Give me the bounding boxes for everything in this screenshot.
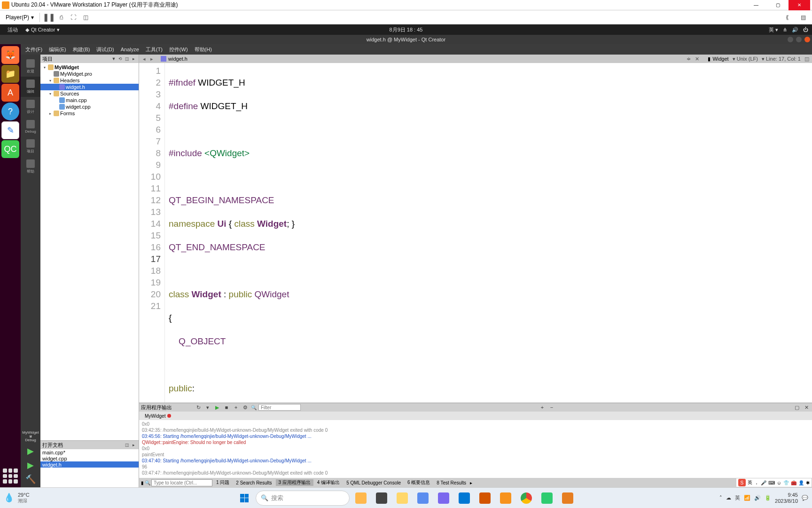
weather-widget[interactable]: 💧 29°C 潮湿	[4, 492, 30, 504]
debug-run-button[interactable]: ▶	[27, 460, 34, 470]
ime-toolbox-icon[interactable]: 🧰	[791, 480, 796, 485]
tray-chevron-icon[interactable]: ˄	[719, 495, 722, 501]
lang-indicator[interactable]: 英 ▾	[769, 26, 778, 33]
build-button[interactable]: 🔨	[25, 474, 36, 484]
out-close-icon[interactable]: ✕	[803, 404, 810, 411]
bottom-tab-test[interactable]: 8 Test Results	[434, 480, 469, 485]
taskbar-clock[interactable]: 9:45 2023/8/10	[775, 492, 798, 504]
unity-icon[interactable]: ◫	[81, 13, 90, 22]
menu-window[interactable]: 控件(W)	[166, 45, 191, 54]
run-button[interactable]: ▶	[27, 446, 34, 456]
tab-dropdown-icon[interactable]: ≑	[685, 56, 692, 62]
ime-face-icon[interactable]: ☺	[777, 480, 781, 485]
bottom-tab-compile[interactable]: 4 编译输出	[314, 479, 343, 486]
close-pane-icon[interactable]: ▸	[130, 56, 137, 62]
panel-clock[interactable]: 8月9日 18 : 45	[390, 26, 423, 33]
ime-mic-icon[interactable]: 🎤	[761, 480, 766, 485]
close-tab-icon[interactable]	[167, 414, 171, 418]
mode-welcome[interactable]: 欢迎	[21, 56, 40, 77]
bottom-more-icon[interactable]: ▸	[470, 480, 472, 485]
menu-tools[interactable]: 工具(T)	[143, 45, 165, 54]
tree-headers[interactable]: ▾Headers	[40, 77, 139, 84]
taskbar-app[interactable]	[434, 490, 453, 507]
power-icon[interactable]: ⏻	[803, 27, 808, 32]
bottom-tab-qml[interactable]: 5 QML Debugger Console	[344, 480, 404, 485]
taskbar-chrome[interactable]	[517, 490, 536, 507]
tree-forms[interactable]: ▸Forms	[40, 110, 139, 117]
qtc-maximize-button[interactable]	[796, 37, 802, 42]
taskbar-explorer[interactable]	[393, 490, 412, 507]
taskbar-app[interactable]	[558, 490, 577, 507]
ime-skin-icon[interactable]: 👕	[783, 480, 789, 485]
mode-help[interactable]: 帮助	[21, 157, 40, 177]
ime-keyboard-icon[interactable]: ⌨	[768, 480, 775, 485]
stop-all-icon[interactable]: ▾	[204, 404, 211, 411]
open-doc-item[interactable]: widget.h	[40, 461, 139, 468]
qtc-close-button[interactable]	[804, 37, 810, 42]
nav-fwd-icon[interactable]: ▸	[148, 56, 155, 62]
open-doc-item[interactable]: widget.cpp	[40, 455, 139, 461]
taskbar-search[interactable]: 🔍 搜索	[256, 491, 350, 506]
app-indicator[interactable]: ◆ Qt Creator ▾	[22, 27, 63, 33]
output-filter-input[interactable]	[258, 404, 301, 411]
out-max-icon[interactable]: ▢	[793, 404, 801, 411]
menu-file[interactable]: 文件(F)	[23, 45, 45, 54]
vm-cycle-icon[interactable]: ▤	[799, 13, 807, 22]
out-settings-icon[interactable]: ⚙	[242, 404, 249, 411]
tray-wifi-icon[interactable]: 📶	[744, 495, 750, 501]
open-doc-item[interactable]: main.cpp*	[40, 449, 139, 455]
locator-icon[interactable]: ▮	[141, 480, 144, 485]
tray-onedrive-icon[interactable]: ☁	[726, 495, 731, 501]
taskbar-app[interactable]	[351, 490, 370, 507]
taskbar-app[interactable]	[538, 490, 556, 507]
ime-settings-icon[interactable]: ✱	[806, 480, 810, 485]
bottom-tab-issues[interactable]: 1 问题	[213, 479, 232, 486]
tree-widget-cpp[interactable]: widget.cpp	[40, 103, 139, 110]
text-editor-icon[interactable]: ✎	[1, 121, 19, 139]
output-tab[interactable]: MyWidget	[141, 413, 175, 419]
menu-analyze[interactable]: Analyze	[118, 46, 142, 53]
mode-projects[interactable]: 项目	[21, 136, 40, 157]
split-editor-icon[interactable]: ◫	[804, 56, 809, 62]
out-remove-icon[interactable]: −	[548, 404, 555, 411]
taskbar-app[interactable]	[414, 490, 432, 507]
tray-ime-icon[interactable]: 英	[735, 494, 740, 501]
bottom-tab-general[interactable]: 6 概要信息	[405, 479, 433, 486]
mode-edit[interactable]: 编辑	[21, 77, 40, 97]
bottom-tab-appoutput[interactable]: 3 应用程序输出	[276, 479, 313, 486]
network-icon[interactable]: ⋔	[783, 27, 787, 33]
menu-edit[interactable]: 编辑(E)	[46, 45, 69, 54]
tree-main-cpp[interactable]: main.cpp	[40, 97, 139, 103]
taskbar-app[interactable]	[476, 490, 494, 507]
locator-input[interactable]	[151, 479, 212, 486]
ime-bar[interactable]: S 英 ，🎤 ⌨ ☺ 👕 🧰 👤 ✱	[736, 478, 812, 487]
taskbar-store[interactable]	[455, 490, 474, 507]
menu-build[interactable]: 构建(B)	[70, 45, 93, 54]
bottom-tab-search[interactable]: 2 Search Results	[233, 480, 274, 485]
tree-widget-h[interactable]: widget.h	[40, 84, 139, 90]
out-stop-icon[interactable]: ■	[223, 404, 230, 411]
tray-volume-icon[interactable]: 🔊	[754, 495, 761, 501]
start-button[interactable]	[235, 490, 254, 507]
kit-selector[interactable]: MyWidget 🖥 Debug	[22, 430, 39, 442]
mode-debug[interactable]: Debug	[21, 117, 40, 136]
tree-root[interactable]: ▾MyWidget	[40, 64, 139, 71]
qtc-minimize-button[interactable]	[788, 37, 793, 42]
tab-close-icon[interactable]: ✕	[694, 56, 700, 62]
sync-icon[interactable]: ⟲	[117, 56, 124, 62]
editor-tab[interactable]: widget.h ≑ ✕ ▮ Widget	[157, 56, 733, 62]
out-attach-icon[interactable]: ⌖	[232, 404, 240, 411]
menu-debug[interactable]: 调试(D)	[94, 45, 117, 54]
vm-maximize-button[interactable]: ▢	[767, 0, 789, 10]
files-icon[interactable]: 📁	[1, 65, 19, 83]
code-editor[interactable]: 12345 678910 1112131415 161718192021 #if…	[139, 63, 812, 403]
code-area[interactable]: #ifndef WIDGET_H #define WIDGET_H #inclu…	[165, 63, 812, 403]
qtcreator-dock-icon[interactable]: QC	[1, 140, 19, 158]
od-split-icon[interactable]: ◫	[124, 442, 130, 448]
help-icon[interactable]: ?	[1, 103, 19, 120]
volume-icon[interactable]: 🔊	[792, 27, 798, 33]
cursor-position[interactable]: ▾ Line: 17, Col: 1	[762, 56, 801, 62]
out-add-icon[interactable]: +	[539, 404, 546, 411]
notifications-icon[interactable]: 💬	[802, 495, 808, 501]
rerun-icon[interactable]: ↻	[195, 404, 202, 411]
